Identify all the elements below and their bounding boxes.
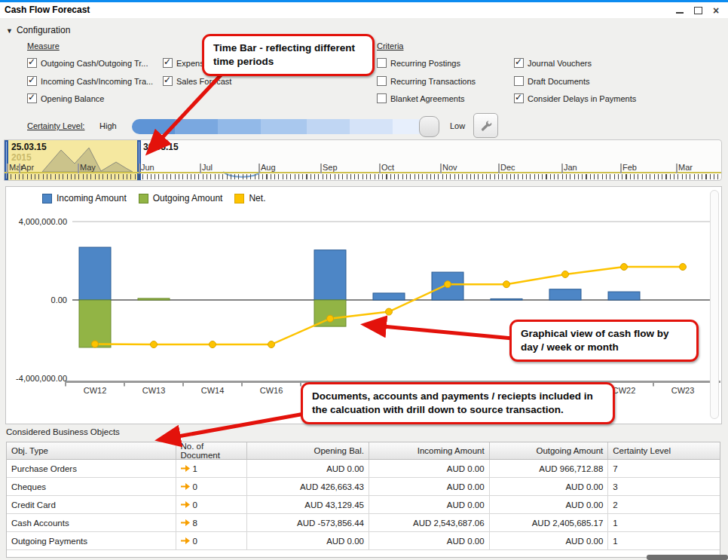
configuration-label: Configuration: [17, 25, 70, 35]
timebar-month-label: Aug: [261, 163, 276, 172]
checkbox-label: Incoming Cash/Incoming Tra...: [41, 77, 153, 86]
table-column-header[interactable]: Opening Bal.: [247, 442, 369, 459]
table-cell-opening: AUD 43,129.45: [247, 496, 369, 513]
checkbox-opening-balance[interactable]: Opening Balance: [27, 93, 104, 103]
table-cell-doc_count[interactable]: 8: [176, 514, 248, 531]
drill-down-arrow-icon[interactable]: [181, 482, 191, 491]
timebar-month-label: Jan: [564, 163, 577, 172]
checkbox-icon: [377, 58, 387, 68]
table-cell-outgoing: AUD 966,712.88: [490, 460, 609, 477]
horizontal-scrollbar-thumb[interactable]: [647, 555, 728, 560]
checkbox-icon: [514, 58, 524, 68]
certainty-low-label: Low: [450, 121, 465, 130]
svg-text:0.00: 0.00: [51, 295, 67, 304]
table-empty-row: [7, 550, 720, 557]
timebar-month-label: Jul: [202, 163, 213, 172]
checkbox-icon: [377, 93, 387, 103]
checkbox-consider-delays[interactable]: Consider Delays in Payments: [514, 93, 636, 103]
table-column-header[interactable]: No. of Document: [176, 442, 248, 459]
drill-down-arrow-icon[interactable]: [181, 519, 191, 527]
considered-business-objects-table: Obj. TypeNo. of DocumentOpening Bal.Inco…: [6, 442, 720, 558]
timebar-month-tick: [19, 164, 20, 173]
criteria-link[interactable]: Criteria: [377, 41, 403, 50]
certainty-high-label: High: [99, 121, 117, 130]
table-cell-opening: AUD 426,663.43: [247, 478, 369, 495]
checkbox-recurring-postings[interactable]: Recurring Postings: [377, 58, 460, 68]
window-title: Cash Flow Forecast: [5, 5, 90, 15]
checkbox-icon: [514, 76, 524, 86]
doc-count-value: 0: [193, 537, 197, 546]
checkbox-label: Sales Forecast: [176, 77, 231, 86]
table-title: Considered Business Objects: [6, 427, 120, 436]
certainty-slider[interactable]: [132, 119, 439, 134]
checkbox-recurring-transactions[interactable]: Recurring Transactions: [377, 76, 476, 86]
doc-count-value: 0: [193, 500, 197, 510]
chevron-down-icon: ▼: [6, 27, 13, 35]
table-cell-doc_count[interactable]: 0: [176, 478, 248, 495]
settings-button[interactable]: [473, 113, 498, 138]
drill-down-arrow-icon[interactable]: [181, 537, 191, 545]
table-cell-incoming: AUD 0.00: [369, 460, 490, 477]
checkbox-outgoing-cash[interactable]: Outgoing Cash/Outgoing Tr...: [27, 58, 148, 68]
timebar-month-tick: [620, 164, 622, 173]
timebar-month-label: Nov: [442, 163, 457, 172]
table-row[interactable]: Cash Accounts8AUD -573,856.44AUD 2,543,6…: [7, 514, 720, 532]
checkbox-sales-forecast[interactable]: Sales Forecast: [163, 76, 231, 86]
table-cell-doc_count[interactable]: 0: [176, 532, 248, 549]
table-cell-doc_count[interactable]: 1: [176, 460, 248, 477]
certainty-slider-thumb[interactable]: [419, 116, 439, 137]
timebar-month-tick: [78, 164, 79, 173]
minimize-icon[interactable]: [675, 6, 684, 15]
doc-count-value: 8: [193, 519, 197, 528]
table-cell-outgoing: AUD 0.00: [490, 532, 609, 549]
timebar-month-label: Mar: [678, 163, 693, 172]
table-column-header[interactable]: Outgoing Amount: [490, 442, 609, 459]
chart-vertical-scrollbar[interactable]: [710, 190, 719, 419]
checkbox-blanket-agreements[interactable]: Blanket Agreements: [377, 93, 464, 103]
checkbox-label: Journal Vouchers: [528, 59, 592, 68]
timebar-month-label: May: [80, 163, 96, 172]
svg-text:CW23: CW23: [671, 386, 695, 395]
table-cell-certainty: 1: [608, 514, 720, 531]
table-cell-obj_type: Cash Accounts: [7, 514, 176, 531]
checkbox-draft-documents[interactable]: Draft Documents: [514, 76, 590, 86]
callout-documents: Documents, accounts and payments / recie…: [301, 382, 615, 424]
table-column-header[interactable]: Incoming Amount: [369, 442, 490, 459]
checkbox-icon: [27, 93, 37, 103]
svg-text:CW12: CW12: [84, 386, 107, 395]
table-row[interactable]: Purchase Orders1AUD 0.00AUD 0.00AUD 966,…: [7, 460, 720, 478]
checkbox-journal-vouchers[interactable]: Journal Vouchers: [514, 58, 592, 68]
time-bar[interactable]: 25.03.15 2015 30.05.15 MarAprMayJunJulAu…: [4, 139, 722, 181]
drill-down-arrow-icon[interactable]: [181, 500, 191, 509]
timebar-month-tick: [498, 164, 500, 173]
drill-down-arrow-icon[interactable]: [181, 464, 191, 473]
checkbox-icon: [514, 93, 524, 103]
timebar-month-tick: [676, 164, 678, 173]
timebar-month-tick: [440, 164, 442, 173]
table-cell-incoming: AUD 0.00: [369, 496, 490, 513]
table-cell-opening: AUD 0.00: [247, 460, 369, 477]
table-cell-outgoing: AUD 2,405,685.17: [490, 514, 609, 531]
table-column-header[interactable]: Obj. Type: [7, 442, 176, 459]
maximize-icon[interactable]: [693, 6, 702, 15]
considered-table-body: Purchase Orders1AUD 0.00AUD 0.00AUD 966,…: [7, 460, 720, 550]
configuration-section-toggle[interactable]: ▼Configuration: [6, 25, 70, 35]
table-column-header[interactable]: Certainty Level: [608, 442, 720, 459]
table-cell-incoming: AUD 2,543,687.06: [369, 514, 490, 531]
measure-link[interactable]: Measure: [27, 41, 60, 50]
close-icon[interactable]: ×: [711, 6, 720, 15]
checkbox-label: Consider Delays in Payments: [528, 94, 636, 103]
certainty-level-link[interactable]: Certainty Level:: [27, 121, 84, 130]
timebar-month-label: Oct: [381, 163, 394, 172]
table-row[interactable]: Outgoing Payments0AUD 0.00AUD 0.00AUD 0.…: [7, 532, 720, 550]
table-row[interactable]: Cheques0AUD 426,663.43AUD 0.00AUD 0.003: [7, 478, 720, 496]
table-cell-doc_count[interactable]: 0: [176, 496, 248, 513]
table-row[interactable]: Credit Card0AUD 43,129.45AUD 0.00AUD 0.0…: [7, 496, 720, 514]
checkbox-icon: [163, 58, 173, 68]
checkbox-label: Recurring Postings: [390, 59, 460, 68]
timebar-month-label: Feb: [622, 163, 637, 172]
checkbox-incoming-cash[interactable]: Incoming Cash/Incoming Tra...: [27, 76, 153, 86]
timebar-month-label: Sep: [323, 163, 338, 172]
checkbox-label: Blanket Agreements: [390, 94, 464, 103]
timebar-month-label: Apr: [21, 163, 34, 172]
